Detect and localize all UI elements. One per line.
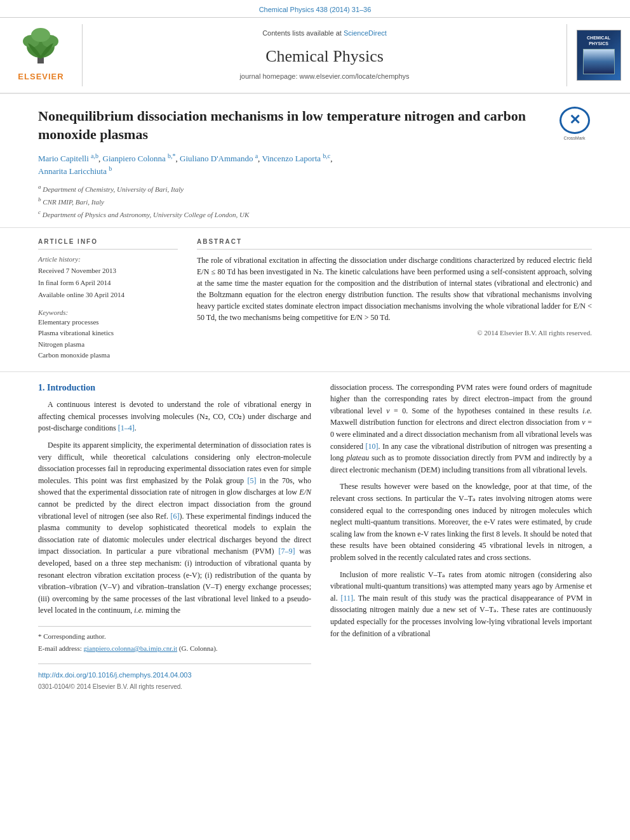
keywords-section: Keywords: Elementary processes Plasma vi… xyxy=(38,308,178,361)
intro-heading: 1. Introduction xyxy=(38,382,311,394)
journal-cover-section: CHEMICAL PHYSICS xyxy=(566,24,630,86)
keyword-1: Elementary processes xyxy=(38,317,178,327)
author-3-sup: a xyxy=(255,152,258,159)
main-content: 1. Introduction A continuous interest is… xyxy=(0,372,630,701)
received-date: Received 7 November 2013 xyxy=(38,266,178,276)
article-info-heading: ARTICLE INFO xyxy=(38,237,178,250)
affiliation-c: c Department of Physics and Astronomy, U… xyxy=(38,208,592,220)
email-note: E-mail address: gianpiero.colonna@ba.imi… xyxy=(38,644,311,653)
intro-para-2: Despite its apparent simplicity, the exp… xyxy=(38,439,311,617)
article-info-panel: ARTICLE INFO Article history: Received 7… xyxy=(38,237,178,362)
crossmark-badge[interactable]: ✕ CrossMark xyxy=(557,107,592,142)
author-5-sup: b xyxy=(109,165,112,172)
abstract-panel: ABSTRACT The role of vibrational excitat… xyxy=(197,237,592,362)
crossmark-circle: ✕ xyxy=(560,107,590,134)
affiliation-b: b CNR IMIP, Bari, Italy xyxy=(38,196,592,207)
right-column: dissociation process. The corresponding … xyxy=(330,382,592,691)
available-date: Available online 30 April 2014 xyxy=(38,290,178,300)
journal-reference[interactable]: Chemical Physics 438 (2014) 31–36 xyxy=(259,6,372,13)
author-2: Gianpiero Colonna xyxy=(103,154,166,163)
right-para-1: dissociation process. The corresponding … xyxy=(330,382,592,476)
author-1: Mario Capitelli xyxy=(38,154,89,163)
journal-header-center: Contents lists available at ScienceDirec… xyxy=(83,24,566,86)
svg-point-4 xyxy=(31,28,50,42)
affiliation-a: a Department of Chemistry, University of… xyxy=(38,183,592,194)
author-5: Annarita Laricchiuta xyxy=(38,167,107,177)
issn-line: 0301-0104/© 2014 Elsevier B.V. All right… xyxy=(38,683,311,691)
sciencedirect-link[interactable]: ScienceDirect xyxy=(344,29,387,37)
ref-11[interactable]: [11] xyxy=(340,594,353,603)
keyword-2: Plasma vibrational kinetics xyxy=(38,328,178,338)
email-label: E-mail address: xyxy=(38,644,82,652)
right-para-3: Inclusion of more realistic V–Tₐ rates f… xyxy=(330,569,592,640)
authors-list: Mario Capitelli a,b, Gianpiero Colonna b… xyxy=(38,152,592,178)
email-link[interactable]: gianpiero.colonna@ba.imip.cnr.it xyxy=(83,644,177,652)
cover-title-text: CHEMICAL PHYSICS xyxy=(577,36,620,46)
journal-homepage: journal homepage: www.elsevier.com/locat… xyxy=(95,72,554,81)
ref-1-4[interactable]: [1–4] xyxy=(118,423,135,432)
keywords-list: Elementary processes Plasma vibrational … xyxy=(38,317,178,361)
doi-link[interactable]: http://dx.doi.org/10.1016/j.chemphys.201… xyxy=(38,671,192,679)
sciencedirect-link-text: Contents lists available at ScienceDirec… xyxy=(95,29,554,38)
abstract-text: The role of vibrational excitation in af… xyxy=(197,255,592,323)
ref-10[interactable]: [10] xyxy=(366,442,379,451)
crossmark-label: CrossMark xyxy=(564,135,586,142)
author-4: Vincenzo Laporta xyxy=(262,154,321,163)
article-history: Article history: Received 7 November 201… xyxy=(38,255,178,300)
author-1-sup: a,b xyxy=(91,152,98,159)
author-3: Giuliano D'Ammando xyxy=(180,154,253,163)
author-2-sup: b,* xyxy=(168,152,176,159)
keyword-4: Carbon monoxide plasma xyxy=(38,350,178,360)
journal-title: Chemical Physics xyxy=(95,45,554,68)
affiliations: a Department of Chemistry, University of… xyxy=(38,183,592,220)
abstract-heading: ABSTRACT xyxy=(197,237,592,250)
contents-label: Contents lists available at xyxy=(262,29,342,37)
left-column: 1. Introduction A continuous interest is… xyxy=(38,382,311,691)
elsevier-brand-text: ELSEVIER xyxy=(18,71,64,83)
bottom-links: http://dx.doi.org/10.1016/j.chemphys.201… xyxy=(38,663,311,691)
article-info-abstract-section: ARTICLE INFO Article history: Received 7… xyxy=(0,228,630,372)
keyword-3: Nitrogen plasma xyxy=(38,340,178,349)
ref-5[interactable]: [5] xyxy=(248,476,257,485)
crossmark-icon: ✕ xyxy=(569,110,580,130)
top-bar: Chemical Physics 438 (2014) 31–36 xyxy=(0,0,630,18)
author-4-sup: b,c xyxy=(323,152,330,159)
journal-cover-image: CHEMICAL PHYSICS xyxy=(577,30,621,81)
elsevier-logo: ELSEVIER xyxy=(18,27,64,83)
history-label: Article history: xyxy=(38,255,178,264)
article-header: Nonequilibrium dissociation mechanisms i… xyxy=(0,94,630,229)
ref-6[interactable]: [6] xyxy=(171,512,180,521)
elsevier-tree-icon xyxy=(18,27,63,65)
ref-7-9[interactable]: [7–9] xyxy=(278,547,295,556)
elsevier-logo-section: ELSEVIER xyxy=(0,24,83,86)
footnotes: * Corresponding author. E-mail address: … xyxy=(38,626,311,654)
corresponding-author-note: * Corresponding author. xyxy=(38,632,311,641)
final-form-date: In final form 6 April 2014 xyxy=(38,278,178,288)
email-name: (G. Colonna). xyxy=(179,644,218,652)
homepage-text: journal homepage: www.elsevier.com/locat… xyxy=(239,72,409,80)
keywords-label: Keywords: xyxy=(38,308,178,317)
article-title: Nonequilibrium dissociation mechanisms i… xyxy=(38,107,541,144)
journal-header: ELSEVIER Contents lists available at Sci… xyxy=(0,18,630,93)
copyright-notice: © 2014 Elsevier B.V. All rights reserved… xyxy=(197,328,592,338)
intro-para-1: A continuous interest is devoted to unde… xyxy=(38,399,311,434)
right-para-2: These results however were based on the … xyxy=(330,481,592,563)
